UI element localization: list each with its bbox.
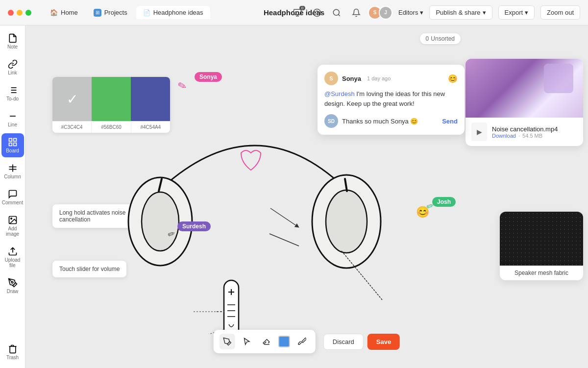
file-icon: ▶	[471, 123, 487, 141]
eraser-tool-button[interactable]	[259, 334, 274, 349]
send-button[interactable]: Send	[442, 118, 458, 125]
color-picker-button[interactable]	[278, 336, 290, 347]
add-image-icon	[8, 215, 18, 225]
reply-input[interactable]	[342, 118, 438, 125]
cursor-sonya: Sonya	[195, 72, 222, 82]
checkmark: ✓	[67, 91, 78, 107]
line-icon	[8, 111, 18, 121]
upload-icon	[8, 246, 18, 256]
comment-icon	[8, 189, 18, 199]
sidebar-item-column[interactable]: Column	[1, 159, 24, 183]
unsorted-count: 0	[426, 35, 429, 42]
svg-point-24	[326, 190, 367, 253]
tab-headphone-label: Headphone ideas	[153, 9, 203, 16]
download-link[interactable]: Download	[492, 133, 516, 139]
canvas[interactable]: 0 Unsorted ✓ #C3C4C4 #56BC60 #4C54A4 Lon…	[25, 25, 588, 368]
media-file-row: ▶ Noise cancellation.mp4 Download · 54.5…	[466, 118, 583, 146]
media-card: ▶ ▶ Noise cancellation.mp4 Download · 54…	[466, 59, 583, 146]
chevron-down-icon: ▾	[525, 9, 528, 16]
unsorted-badge: 0 Unsorted	[420, 33, 461, 44]
sidebar: Note Link To-do Line Board Column Commen…	[0, 25, 25, 368]
file-info: Noise cancellation.mp4 Download · 54.5 M…	[492, 125, 577, 139]
sidebar-item-add-image[interactable]: Add image	[1, 211, 24, 241]
search-icon[interactable]	[331, 7, 343, 19]
notification-bell-icon[interactable]	[350, 7, 362, 19]
titlebar-icons: 0	[292, 7, 362, 19]
export-button[interactable]: Export ▾	[498, 5, 535, 20]
svg-line-34	[270, 234, 299, 246]
sidebar-item-todo[interactable]: To-do	[1, 81, 24, 105]
todo-icon	[8, 85, 18, 95]
reply-avatar: SD	[324, 114, 338, 128]
titlebar: 🏠 Home ⊞ Projects 📄 Headphone ideas Head…	[0, 0, 588, 25]
file-meta: Download · 54.5 MB	[492, 133, 577, 139]
help-icon[interactable]	[311, 7, 323, 19]
tabs-area: 🏠 Home ⊞ Projects 📄 Headphone ideas	[43, 6, 210, 20]
sidebar-item-trash[interactable]: Trash	[1, 340, 24, 364]
home-icon: 🏠	[50, 9, 58, 16]
svg-rect-13	[9, 143, 12, 146]
tab-home-label: Home	[61, 9, 78, 16]
save-button[interactable]: Save	[368, 334, 400, 350]
minimize-button[interactable]	[17, 10, 23, 16]
close-button[interactable]	[8, 10, 14, 16]
draw-icon	[8, 278, 18, 288]
sidebar-item-draw[interactable]: Draw	[1, 274, 24, 298]
mesh-pattern	[500, 212, 583, 266]
avatar-group: S J	[368, 6, 392, 20]
select-tool-button[interactable]	[239, 334, 255, 349]
cursor-surdesh: Surdesh	[177, 221, 211, 231]
sidebar-item-link[interactable]: Link	[1, 55, 24, 79]
draw-tools	[214, 330, 316, 353]
zoom-out-button[interactable]: Zoom out	[540, 5, 580, 20]
discard-button[interactable]: Discard	[323, 334, 364, 350]
color-label-gray: #C3C4C4	[52, 122, 92, 133]
svg-point-22	[142, 192, 179, 251]
svg-point-2	[333, 9, 339, 15]
tab-headphone[interactable]: 📄 Headphone ideas	[136, 6, 210, 19]
comment-author-avatar: S	[324, 72, 338, 85]
tab-home[interactable]: 🏠 Home	[43, 6, 85, 19]
svg-point-20	[11, 282, 13, 283]
projects-icon: ⊞	[94, 9, 101, 17]
sidebar-item-comment[interactable]: Comment	[1, 185, 24, 209]
editors-button[interactable]: Editors ▾	[398, 9, 423, 16]
tab-projects-label: Projects	[104, 9, 127, 16]
comment-reaction: 😊	[448, 74, 458, 83]
publish-share-button[interactable]: Publish & share ▾	[429, 5, 492, 20]
column-icon	[8, 163, 18, 173]
bottom-toolbar: Discard Save	[214, 330, 400, 353]
tab-projects[interactable]: ⊞ Projects	[87, 6, 134, 20]
sidebar-item-note[interactable]: Note	[1, 29, 24, 53]
svg-point-18	[10, 218, 11, 220]
sidebar-item-upload[interactable]: Upload file	[1, 243, 24, 272]
svg-rect-25	[224, 280, 239, 334]
mesh-image	[500, 212, 583, 266]
file-size: 54.5 MB	[522, 133, 542, 139]
mesh-label: Speaker mesh fabric	[500, 266, 583, 280]
mesh-card: Speaker mesh fabric	[500, 212, 583, 280]
sidebar-item-board[interactable]: Board	[1, 133, 24, 157]
comment-mention: @Surdesh	[324, 90, 355, 98]
unsorted-label: Unsorted	[431, 35, 455, 42]
comment-body: @Surdesh I'm loving the ideas for this n…	[324, 89, 458, 108]
chevron-down-icon: ▾	[483, 9, 486, 16]
chevron-down-icon: ▾	[420, 9, 423, 16]
comment-author-name: Sonya	[342, 75, 361, 82]
pen-tool-button[interactable]	[220, 334, 235, 349]
link-icon	[8, 59, 18, 69]
highlighter-tool-button[interactable]	[294, 334, 310, 349]
monitor-icon[interactable]: 0	[292, 7, 303, 19]
headphone-tab-icon: 📄	[143, 9, 150, 16]
titlebar-right: 0 S J Editors ▾ Publish & sha	[292, 5, 588, 20]
trash-icon	[8, 344, 18, 354]
comment-reply-row: SD Send	[324, 114, 458, 128]
avatar-2: J	[379, 6, 392, 20]
swatch-gray: ✓	[52, 77, 92, 121]
file-name: Noise cancellation.mp4	[492, 125, 577, 133]
sidebar-item-line[interactable]: Line	[1, 107, 24, 131]
svg-rect-11	[13, 139, 16, 142]
maximize-button[interactable]	[25, 10, 31, 16]
media-thumbnail: ▶	[466, 59, 583, 118]
comment-time: 1 day ago	[367, 75, 391, 81]
